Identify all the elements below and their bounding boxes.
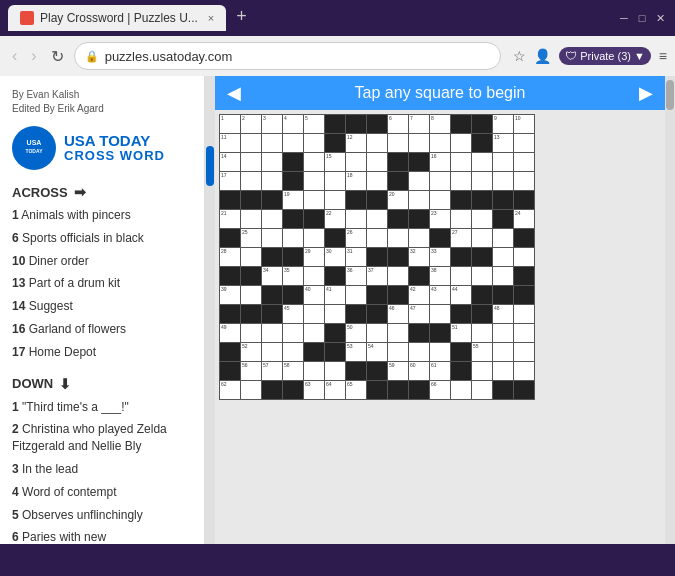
grid-cell[interactable]: 54	[367, 343, 387, 361]
grid-cell[interactable]	[472, 381, 492, 399]
sidebar-scrollbar-thumb[interactable]	[206, 146, 214, 186]
grid-cell[interactable]: 56	[241, 362, 261, 380]
grid-cell[interactable]: 1	[220, 115, 240, 133]
grid-cell[interactable]: 31	[346, 248, 366, 266]
grid-cell[interactable]	[262, 153, 282, 171]
grid-cell[interactable]	[388, 267, 408, 285]
grid-cell[interactable]	[430, 172, 450, 190]
grid-cell[interactable]: 44	[451, 286, 471, 304]
address-bar[interactable]: 🔒 puzzles.usatoday.com	[74, 42, 502, 70]
grid-cell[interactable]	[241, 324, 261, 342]
grid-cell[interactable]	[472, 172, 492, 190]
grid-cell[interactable]	[283, 324, 303, 342]
grid-cell[interactable]	[472, 229, 492, 247]
grid-cell[interactable]: 18	[346, 172, 366, 190]
grid-cell[interactable]: 19	[283, 191, 303, 209]
grid-cell[interactable]	[514, 172, 534, 190]
grid-cell[interactable]: 23	[430, 210, 450, 228]
grid-cell[interactable]	[409, 229, 429, 247]
menu-icon[interactable]: ≡	[659, 48, 667, 64]
grid-cell[interactable]	[388, 324, 408, 342]
grid-cell[interactable]	[493, 153, 513, 171]
down-clue-1[interactable]: 1 "Third time's a ___!"	[8, 396, 204, 419]
private-badge[interactable]: 🛡 Private (3) ▼	[559, 47, 651, 65]
grid-cell[interactable]: 15	[325, 153, 345, 171]
grid-cell[interactable]	[388, 343, 408, 361]
grid-cell[interactable]	[409, 343, 429, 361]
grid-cell[interactable]: 57	[262, 362, 282, 380]
grid-cell[interactable]	[262, 343, 282, 361]
grid-cell[interactable]	[472, 210, 492, 228]
grid-cell[interactable]: 32	[409, 248, 429, 266]
grid-cell[interactable]	[472, 267, 492, 285]
grid-cell[interactable]	[262, 229, 282, 247]
grid-cell[interactable]: 11	[220, 134, 240, 152]
grid-cell[interactable]: 66	[430, 381, 450, 399]
maximize-button[interactable]: □	[635, 11, 649, 25]
grid-cell[interactable]	[514, 153, 534, 171]
puzzle-nav-left-button[interactable]: ◀	[227, 82, 241, 104]
grid-cell[interactable]: 58	[283, 362, 303, 380]
grid-cell[interactable]: 48	[493, 305, 513, 323]
grid-cell[interactable]	[262, 210, 282, 228]
across-clue-14[interactable]: 14 Suggest	[8, 295, 204, 318]
grid-cell[interactable]	[304, 324, 324, 342]
grid-cell[interactable]	[430, 191, 450, 209]
grid-cell[interactable]: 50	[346, 324, 366, 342]
grid-cell[interactable]	[325, 172, 345, 190]
grid-cell[interactable]	[409, 172, 429, 190]
new-tab-button[interactable]: +	[236, 6, 247, 27]
grid-cell[interactable]: 10	[514, 115, 534, 133]
grid-cell[interactable]: 5	[304, 115, 324, 133]
grid-cell[interactable]	[514, 362, 534, 380]
grid-cell[interactable]: 6	[388, 115, 408, 133]
grid-cell[interactable]: 25	[241, 229, 261, 247]
grid-cell[interactable]: 39	[220, 286, 240, 304]
grid-cell[interactable]: 55	[472, 343, 492, 361]
grid-cell[interactable]	[262, 324, 282, 342]
grid-cell[interactable]	[451, 153, 471, 171]
grid-cell[interactable]: 21	[220, 210, 240, 228]
profile-icon[interactable]: 👤	[534, 48, 551, 64]
grid-cell[interactable]	[472, 324, 492, 342]
grid-cell[interactable]	[241, 248, 261, 266]
grid-cell[interactable]: 59	[388, 362, 408, 380]
grid-cell[interactable]	[367, 134, 387, 152]
grid-cell[interactable]	[493, 267, 513, 285]
grid-cell[interactable]: 20	[388, 191, 408, 209]
grid-cell[interactable]: 35	[283, 267, 303, 285]
grid-cell[interactable]	[388, 229, 408, 247]
across-clue-6[interactable]: 6 Sports officials in black	[8, 227, 204, 250]
grid-cell[interactable]: 4	[283, 115, 303, 133]
grid-cell[interactable]	[241, 172, 261, 190]
close-button[interactable]: ✕	[653, 11, 667, 25]
right-scrollbar-thumb[interactable]	[666, 80, 674, 110]
grid-cell[interactable]: 13	[493, 134, 513, 152]
grid-cell[interactable]: 38	[430, 267, 450, 285]
grid-cell[interactable]	[367, 229, 387, 247]
grid-cell[interactable]	[514, 248, 534, 266]
grid-cell[interactable]	[346, 286, 366, 304]
grid-cell[interactable]: 40	[304, 286, 324, 304]
grid-cell[interactable]	[325, 305, 345, 323]
forward-button[interactable]: ›	[27, 45, 40, 67]
grid-cell[interactable]	[262, 134, 282, 152]
grid-cell[interactable]: 53	[346, 343, 366, 361]
minimize-button[interactable]: ─	[617, 11, 631, 25]
grid-cell[interactable]	[493, 248, 513, 266]
grid-cell[interactable]	[367, 210, 387, 228]
grid-cell[interactable]	[241, 153, 261, 171]
grid-cell[interactable]	[304, 153, 324, 171]
grid-cell[interactable]: 65	[346, 381, 366, 399]
grid-cell[interactable]	[325, 362, 345, 380]
grid-cell[interactable]	[283, 229, 303, 247]
grid-cell[interactable]	[493, 343, 513, 361]
grid-cell[interactable]: 63	[304, 381, 324, 399]
grid-cell[interactable]: 3	[262, 115, 282, 133]
grid-cell[interactable]	[283, 343, 303, 361]
grid-cell[interactable]	[241, 286, 261, 304]
grid-cell[interactable]	[451, 172, 471, 190]
grid-cell[interactable]	[304, 305, 324, 323]
grid-cell[interactable]	[346, 210, 366, 228]
grid-cell[interactable]: 30	[325, 248, 345, 266]
